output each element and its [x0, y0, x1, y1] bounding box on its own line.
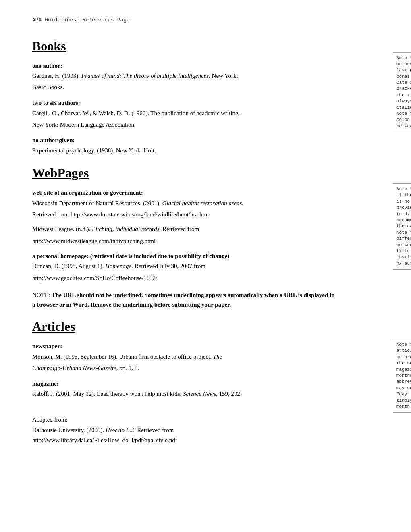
books-section: Books one author: Gardner, H. (1993). Fr…: [32, 36, 387, 156]
webpages-personal-label: a personal homepage: (retrieval date is …: [32, 251, 338, 261]
articles-newspaper-entry1: Monson, M. (1993, September 16). Urbana …: [32, 352, 338, 362]
webpages-org-entry1: Wisconsin Department of Natural Resource…: [32, 198, 338, 208]
books-two-six-authors: two to six authors: Cargill, O., Charvat…: [32, 98, 338, 129]
webpages-personal-entry2: http://www.geocities.com/SoHo/Coffeehous…: [32, 273, 338, 283]
books-annotation: Note that author's last name comes first…: [393, 52, 411, 133]
adapted-line1: Adapted from:: [32, 415, 338, 425]
adapted-line2: Dalhousie University. (2009). How do I..…: [32, 425, 338, 436]
articles-newspaper: newspaper: Monson, M. (1993, September 1…: [32, 342, 338, 373]
articles-newspaper-entry2: Champaign-Urbana News-Gazette, pp. 1, 8.: [32, 363, 338, 373]
articles-magazine-entry: Raloff, J. (2001, May 12). Lead therapy …: [32, 389, 338, 399]
webpages-title: WebPages: [32, 163, 338, 183]
webpages-midwest: Midwest League. (n.d.). Pitching, indivi…: [32, 224, 338, 246]
books-no-author: no author given: Experimental psychology…: [32, 136, 338, 156]
webpages-org-entry2: Retrieved from http://www.dnr.state.wi.u…: [32, 210, 338, 219]
articles-magazine: magazine: Raloff, J. (2001, May 12). Lea…: [32, 379, 338, 399]
books-two-six-label: two to six authors:: [32, 98, 338, 108]
books-no-author-entry: Experimental psychology. (1938). New Yor…: [32, 145, 338, 155]
books-one-author-label: one author:: [32, 61, 338, 71]
webpages-personal-entry1: Duncan, D. (1998, August 1). Homepage. R…: [32, 261, 338, 271]
books-two-six-entry1: Cargill, O., Charvat, W., & Walsh, D. D.…: [32, 108, 338, 118]
webpages-section: WebPages web site of an organization or …: [32, 163, 387, 283]
webpages-midwest-entry1: Midwest League. (n.d.). Pitching, indivi…: [32, 224, 338, 234]
articles-magazine-label: magazine:: [32, 379, 338, 389]
books-two-six-entry2: New York: Modern Language Association.: [32, 120, 338, 129]
articles-annotation: Note that the article title comes before…: [393, 339, 411, 413]
adapted-line3: http://www.library.dal.ca/Files/How_do_I…: [32, 435, 338, 446]
webpages-annotation: Note that if there is no date provided, …: [393, 183, 411, 270]
page-header: APA Guidelines: References Page: [32, 16, 387, 24]
webpages-personal: a personal homepage: (retrieval date is …: [32, 251, 338, 283]
books-one-author: one author: Gardner, H. (1993). Frames o…: [32, 61, 338, 92]
articles-newspaper-label: newspaper:: [32, 342, 338, 351]
articles-section: Articles newspaper: Monson, M. (1993, Se…: [32, 317, 387, 399]
books-one-author-entry1: Gardner, H. (1993). Frames of mind: The …: [32, 71, 338, 81]
books-one-author-entry2: Basic Books.: [32, 82, 338, 92]
books-no-author-label: no author given:: [32, 136, 338, 145]
books-title: Books: [32, 36, 338, 56]
webpages-midwest-entry2: http://www.midwestleague.com/indivpitchi…: [32, 236, 338, 246]
adapted-block: Adapted from: Dalhousie University. (200…: [32, 415, 338, 446]
articles-title: Articles: [32, 317, 338, 336]
webpages-org: web site of an organization or governmen…: [32, 188, 338, 219]
webpages-org-label: web site of an organization or governmen…: [32, 188, 338, 197]
url-note: NOTE: The URL should not be underlined. …: [32, 290, 338, 310]
